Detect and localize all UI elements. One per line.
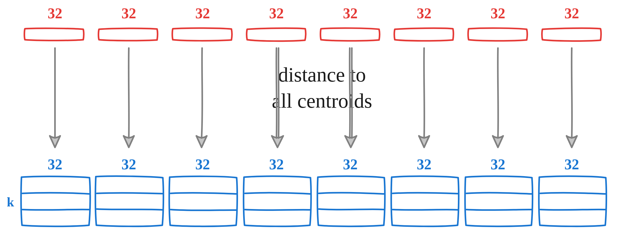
- subvector-box: [247, 28, 306, 41]
- top-label: 32: [417, 5, 431, 21]
- top-label: 32: [195, 5, 210, 21]
- column-3: 32 32: [243, 5, 311, 226]
- bottom-label: 32: [564, 156, 579, 172]
- arrow: [419, 48, 429, 147]
- arrow: [196, 48, 207, 147]
- centroid-box: [391, 176, 459, 226]
- subvector-box: [172, 28, 232, 41]
- bottom-label: 32: [121, 156, 136, 172]
- bottom-label: 32: [417, 156, 431, 172]
- bottom-label: 32: [269, 156, 284, 172]
- centroid-box: [465, 176, 532, 226]
- subvector-box: [320, 28, 380, 41]
- diagram-root: distance to all centroids k 32 32 32 32: [0, 0, 644, 237]
- top-label: 32: [491, 5, 505, 21]
- centroid-box: [169, 176, 237, 226]
- top-label: 32: [269, 5, 284, 21]
- bottom-label: 32: [48, 156, 62, 172]
- arrow: [493, 48, 503, 147]
- arrow: [567, 48, 577, 147]
- centroid-box: [95, 176, 163, 226]
- column-1: 32 32: [95, 5, 163, 226]
- column-5: 32 32: [391, 5, 459, 226]
- centroid-box: [317, 176, 385, 226]
- caption-line-2: all centroids: [272, 89, 372, 112]
- centroid-box: [243, 176, 311, 226]
- column-6: 32 32: [465, 5, 532, 226]
- top-label: 32: [343, 5, 358, 21]
- centroid-box: [539, 176, 606, 226]
- k-label: k: [7, 195, 14, 209]
- bottom-label: 32: [343, 156, 358, 172]
- bottom-label: 32: [491, 156, 505, 172]
- top-label: 32: [121, 5, 136, 21]
- column-7: 32 32: [539, 5, 606, 226]
- subvector-box: [24, 28, 84, 41]
- column-4: 32 32: [317, 5, 385, 226]
- caption-line-1: distance to: [278, 63, 366, 86]
- top-label: 32: [564, 5, 579, 21]
- arrow: [50, 48, 60, 147]
- centroid-box: [21, 176, 90, 226]
- subvector-box: [98, 28, 158, 41]
- arrow: [124, 48, 134, 147]
- bottom-label: 32: [195, 156, 210, 172]
- column-0: 32 32: [21, 5, 90, 226]
- subvector-box: [468, 28, 527, 41]
- subvector-box: [394, 28, 453, 41]
- top-label: 32: [48, 5, 62, 21]
- column-2: 32 32: [169, 5, 237, 226]
- subvector-box: [542, 28, 601, 41]
